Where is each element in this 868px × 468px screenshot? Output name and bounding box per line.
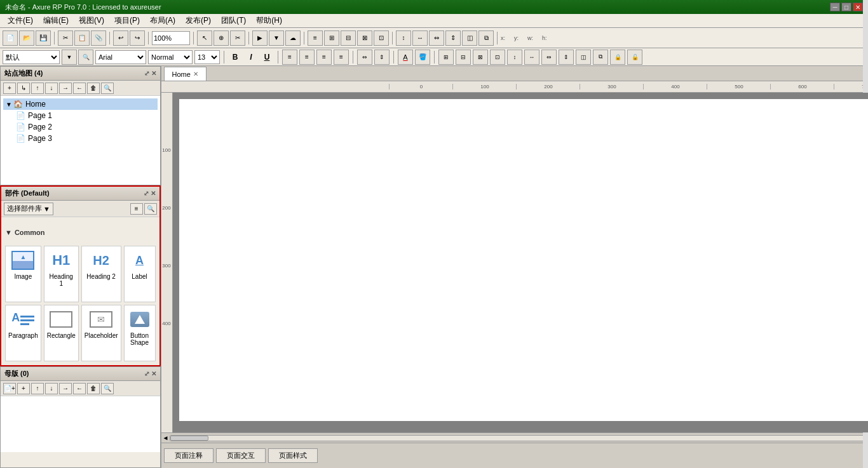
canvas-tab-home[interactable]: Home ✕	[164, 67, 207, 81]
widget-paragraph[interactable]: A Paragraph	[5, 305, 41, 361]
fmt-icon-a[interactable]: ⇔	[357, 50, 372, 65]
masters-up-button[interactable]: ↑	[31, 383, 44, 394]
tb-icon-7[interactable]: ↔	[412, 30, 428, 46]
fmt-more-11[interactable]: 🔒	[610, 50, 625, 65]
sitemap-move-up-button[interactable]: ↑	[31, 83, 44, 94]
menu-file[interactable]: 文件(E)	[3, 14, 38, 27]
menu-view[interactable]: 视图(V)	[74, 14, 109, 27]
widget-image[interactable]: Image	[5, 246, 41, 302]
widget-menu-button[interactable]: ≡	[130, 203, 143, 215]
masters-close-icon[interactable]: ✕	[151, 370, 156, 377]
copy-button[interactable]: 📋	[74, 30, 90, 46]
paste-button[interactable]: 📎	[91, 30, 106, 46]
fmt-icon-b[interactable]: ⇕	[374, 50, 390, 65]
bottom-tab-page-style[interactable]: 页面样式	[268, 448, 318, 463]
horizontal-scrollbar[interactable]: ◄ ► |||	[161, 432, 868, 443]
widget-button-shape[interactable]: Button Shape	[124, 305, 156, 361]
bottom-tab-page-interact[interactable]: 页面交互	[216, 448, 266, 463]
fmt-more-5[interactable]: ↕	[507, 50, 522, 65]
masters-add-button[interactable]: 📄+	[3, 383, 16, 394]
widget-expand-icon[interactable]: ⤢	[144, 190, 149, 197]
menu-publish[interactable]: 发布(P)	[180, 14, 216, 27]
connection-tool[interactable]: ⊕	[214, 30, 229, 46]
sitemap-close-icon[interactable]: ✕	[151, 70, 156, 77]
menu-project[interactable]: 项目(P)	[109, 14, 145, 27]
align-left[interactable]: ≡	[282, 50, 297, 65]
sitemap-item-page3[interactable]: 📄 Page 3	[13, 133, 158, 144]
cut-button[interactable]: ✂	[58, 30, 73, 46]
align-right[interactable]: ≡	[316, 50, 332, 65]
sitemap-add-child-button[interactable]: ↳	[17, 83, 30, 94]
hscroll-left[interactable]: ◄	[163, 434, 169, 441]
redo-button[interactable]: ↪	[130, 30, 145, 46]
tb-icon-8[interactable]: ⇔	[429, 30, 444, 46]
sitemap-search-button[interactable]: 🔍	[101, 83, 114, 94]
close-button[interactable]: ✕	[853, 3, 863, 11]
tb-icon-1[interactable]: ≡	[308, 30, 323, 46]
masters-btn5[interactable]: →	[59, 383, 72, 394]
crop-tool[interactable]: ✂	[230, 30, 245, 46]
sitemap-add-page-button[interactable]: +	[3, 83, 16, 94]
fmt-icon-1[interactable]: ▼	[62, 50, 77, 65]
sitemap-item-home[interactable]: ▼ 🏠 Home	[3, 98, 158, 110]
sitemap-move-down-button[interactable]: ↓	[45, 83, 58, 94]
new-button[interactable]: 📄	[3, 30, 18, 46]
canvas-white-area[interactable]	[179, 99, 868, 421]
align-center[interactable]: ≡	[299, 50, 315, 65]
tb-icon-11[interactable]: ⧉	[478, 30, 494, 46]
masters-add-btn2[interactable]: +	[17, 383, 30, 394]
masters-btn6[interactable]: ←	[73, 383, 86, 394]
menu-edit[interactable]: 编辑(E)	[38, 14, 74, 27]
widget-heading2[interactable]: H2 Heading 2	[81, 246, 121, 302]
select-library-button[interactable]: 选择部件库 ▼	[4, 203, 53, 215]
widget-search-button[interactable]: 🔍	[144, 203, 157, 215]
sitemap-item-page2[interactable]: 📄 Page 2	[13, 121, 158, 133]
minimize-button[interactable]: ─	[830, 3, 840, 11]
fmt-more-12[interactable]: 🔓	[627, 50, 642, 65]
undo-button[interactable]: ↩	[113, 30, 128, 46]
tb-icon-4[interactable]: ⊠	[357, 30, 372, 46]
publish-button[interactable]: ☁	[285, 30, 301, 46]
fmt-more-6[interactable]: ↔	[524, 50, 539, 65]
weight-dropdown[interactable]: Normal	[148, 50, 193, 64]
sitemap-item-page1[interactable]: 📄 Page 1	[13, 110, 158, 121]
fill-color[interactable]: 🪣	[415, 50, 430, 65]
underline-button[interactable]: U	[260, 50, 274, 64]
fmt-more-3[interactable]: ⊠	[473, 50, 488, 65]
fmt-more-1[interactable]: ⊞	[438, 50, 454, 65]
hscrollbar-thumb[interactable]	[170, 436, 208, 441]
sitemap-btn-6[interactable]: ←	[73, 83, 86, 94]
bold-button[interactable]: B	[228, 50, 242, 64]
sitemap-delete-button[interactable]: 🗑	[87, 83, 100, 94]
widget-placeholder[interactable]: Placeholder	[81, 305, 121, 361]
tb-icon-10[interactable]: ◫	[462, 30, 477, 46]
widget-rectangle[interactable]: Rectangle	[44, 305, 79, 361]
menu-layout[interactable]: 布局(A)	[145, 14, 180, 27]
tb-icon-2[interactable]: ⊞	[324, 30, 339, 46]
align-justify[interactable]: ≡	[334, 50, 349, 65]
menu-help[interactable]: 帮助(H)	[251, 14, 287, 27]
menu-team[interactable]: 团队(T)	[216, 14, 251, 27]
font-dropdown[interactable]: Arial	[95, 50, 146, 64]
select-tool[interactable]: ↖	[197, 30, 212, 46]
fmt-more-7[interactable]: ⇔	[541, 50, 557, 65]
bottom-tab-page-notes[interactable]: 页面注释	[164, 448, 214, 463]
style-dropdown[interactable]: 默认	[3, 50, 60, 64]
font-color[interactable]: A	[398, 50, 413, 65]
masters-search-button[interactable]: 🔍	[101, 383, 114, 394]
fmt-more-8[interactable]: ⇕	[559, 50, 574, 65]
preview-options[interactable]: ▼	[269, 30, 284, 46]
sitemap-btn-5[interactable]: →	[59, 83, 72, 94]
fmt-more-2[interactable]: ⊟	[456, 50, 471, 65]
widget-close-icon[interactable]: ✕	[151, 190, 156, 197]
fmt-more-4[interactable]: ⊡	[490, 50, 505, 65]
sitemap-expand-icon[interactable]: ⤢	[144, 70, 149, 77]
zoom-input[interactable]: 100%	[152, 31, 190, 45]
save-button[interactable]: 💾	[36, 30, 51, 46]
maximize-button[interactable]: □	[841, 3, 851, 11]
canvas-tab-close[interactable]: ✕	[193, 70, 198, 77]
widget-heading1[interactable]: H1 Heading 1	[44, 246, 79, 302]
masters-expand-icon[interactable]: ⤢	[144, 370, 149, 377]
tb-icon-6[interactable]: ↕	[396, 30, 411, 46]
fmt-more-10[interactable]: ⧉	[593, 50, 608, 65]
